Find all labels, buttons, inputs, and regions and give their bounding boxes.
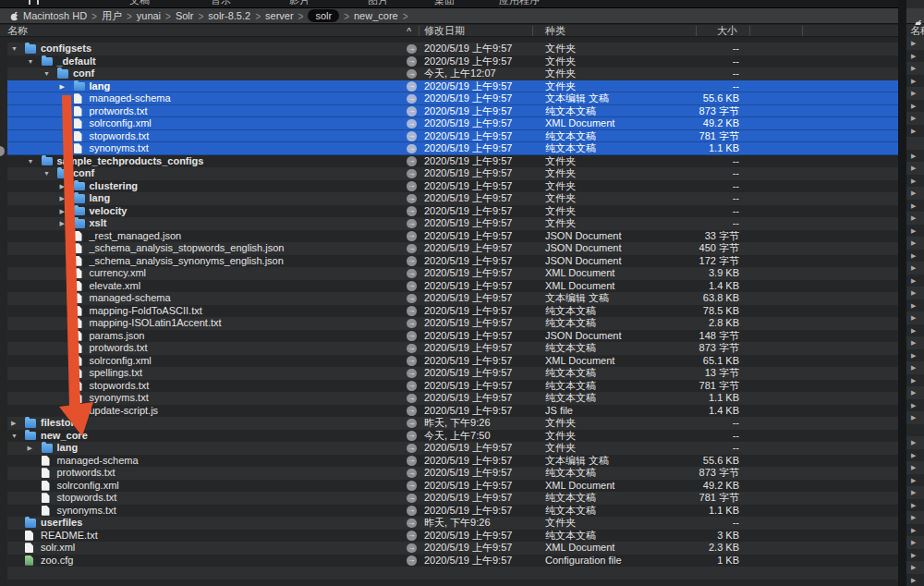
breadcrumb-item[interactable]: Solr> (176, 9, 208, 23)
go-to-circle-arrow-icon[interactable]: → (407, 106, 417, 116)
disclosure-closed-icon[interactable]: ▶ (911, 75, 916, 88)
disclosure-closed-icon[interactable]: ▶ (911, 336, 916, 349)
table-row[interactable]: ▼conf→2020/5/19 上午9:57文件夹-- (0, 167, 898, 180)
go-to-circle-arrow-icon[interactable]: → (407, 481, 417, 491)
table-row[interactable]: ▼configsets→2020/5/19 上午9:57文件夹-- (0, 43, 898, 55)
go-to-circle-arrow-icon[interactable]: → (407, 394, 417, 404)
toolbar-item[interactable]: 图片 (368, 0, 388, 7)
table-row[interactable]: ▶lang→2020/5/19 上午9:57文件夹-- (0, 192, 898, 205)
disclosure-closed-icon[interactable]: ▶ (911, 374, 916, 387)
column-header-date[interactable]: 修改日期 (424, 25, 465, 37)
go-to-circle-arrow-icon[interactable]: → (407, 44, 417, 55)
go-to-circle-arrow-icon[interactable]: → (407, 331, 417, 341)
go-to-circle-arrow-icon[interactable]: → (407, 144, 417, 154)
column-divider[interactable] (802, 26, 803, 36)
column-divider[interactable] (532, 26, 533, 36)
go-to-circle-arrow-icon[interactable]: → (407, 306, 417, 316)
table-row[interactable]: ▼sample_techproducts_configs→2020/5/19 上… (0, 155, 898, 168)
disclosure-closed-icon[interactable]: ▶ (911, 175, 916, 188)
go-to-circle-arrow-icon[interactable]: → (407, 356, 417, 366)
disclosure-closed-icon[interactable]: ▶ (60, 205, 65, 218)
table-row[interactable]: synonyms.txt→2020/5/19 上午9:57纯文本文稿1.1 KB (0, 505, 898, 518)
go-to-circle-arrow-icon[interactable]: → (407, 431, 417, 441)
go-to-circle-arrow-icon[interactable]: → (407, 244, 417, 254)
disclosure-closed-icon[interactable]: ▶ (911, 287, 916, 299)
disclosure-closed-icon[interactable]: ▶ (911, 461, 916, 474)
disclosure-open-icon[interactable]: ▼ (43, 167, 50, 180)
table-row[interactable]: stopwords.txt→2020/5/19 上午9:57纯文本文稿781 字… (0, 380, 898, 393)
disclosure-closed-icon[interactable]: ▶ (911, 524, 916, 537)
toolbar-item[interactable]: 音乐 (211, 0, 231, 7)
column-divider[interactable] (419, 26, 419, 36)
disclosure-closed-icon[interactable]: ▶ (911, 225, 916, 238)
table-row[interactable]: solr.xml→2020/5/19 上午9:57XML Document2.3… (0, 542, 898, 555)
disclosure-closed-icon[interactable]: ▶ (911, 50, 916, 63)
column-header-size[interactable]: 大小 (717, 25, 737, 37)
disclosure-open-icon[interactable]: ▼ (28, 155, 34, 168)
go-to-circle-arrow-icon[interactable]: → (407, 156, 417, 166)
disclosure-closed-icon[interactable]: ▶ (60, 80, 65, 93)
breadcrumb-item[interactable]: solr> (308, 9, 354, 23)
disclosure-closed-icon[interactable]: ▶ (911, 237, 916, 250)
table-row[interactable]: _schema_analysis_stopwords_english.json→… (0, 242, 898, 255)
go-to-circle-arrow-icon[interactable]: → (407, 94, 417, 104)
go-to-circle-arrow-icon[interactable]: → (407, 444, 417, 454)
breadcrumb-item[interactable]: new_core> (354, 9, 413, 23)
disclosure-closed-icon[interactable]: ▶ (11, 417, 16, 430)
disclosure-closed-icon[interactable]: ▶ (28, 442, 32, 455)
go-to-circle-arrow-icon[interactable]: → (407, 281, 417, 291)
table-row[interactable]: update-script.js→2020/5/19 上午9:57JS file… (0, 405, 898, 418)
table-row[interactable]: solrconfig.xml→2020/5/19 上午9:57XML Docum… (0, 355, 898, 368)
disclosure-closed-icon[interactable]: ▶ (911, 399, 916, 412)
table-row[interactable]: ▶filestore→昨天, 下午9:26文件夹-- (0, 417, 898, 430)
disclosure-closed-icon[interactable]: ▶ (911, 511, 916, 524)
disclosure-open-icon[interactable]: ▼ (11, 430, 18, 443)
table-row[interactable]: ▶lang→2020/5/19 上午9:57文件夹-- (0, 80, 898, 93)
go-to-circle-arrow-icon[interactable]: → (407, 555, 417, 566)
go-to-circle-arrow-icon[interactable]: → (407, 69, 417, 79)
table-row[interactable]: synonyms.txt→2020/5/19 上午9:57纯文本文稿1.1 KB (0, 392, 898, 405)
go-to-circle-arrow-icon[interactable]: → (407, 543, 417, 554)
table-row[interactable]: ▼new_core→今天, 上午7:50文件夹-- (0, 430, 898, 443)
disclosure-closed-icon[interactable]: ▶ (911, 449, 916, 462)
disclosure-closed-icon[interactable]: ▶ (911, 324, 916, 337)
go-to-circle-arrow-icon[interactable]: → (407, 381, 417, 391)
disclosure-open-icon[interactable]: ▼ (11, 43, 18, 55)
go-to-circle-arrow-icon[interactable]: → (407, 119, 417, 129)
table-row[interactable]: mapping-FoldToASCII.txt→2020/5/19 上午9:57… (0, 305, 898, 318)
go-to-circle-arrow-icon[interactable]: → (407, 256, 417, 266)
go-to-circle-arrow-icon[interactable]: → (407, 469, 417, 479)
go-to-circle-arrow-icon[interactable]: → (407, 406, 417, 416)
go-to-circle-arrow-icon[interactable]: → (407, 219, 417, 229)
table-row[interactable]: ▶xslt→2020/5/19 上午9:57文件夹-- (0, 217, 898, 230)
disclosure-closed-icon[interactable]: ▶ (911, 561, 916, 574)
table-row[interactable]: protwords.txt→2020/5/19 上午9:57纯文本文稿873 字… (0, 467, 898, 480)
table-row[interactable]: ▶clustering→2020/5/19 上午9:57文件夹-- (0, 180, 898, 193)
go-to-circle-arrow-icon[interactable]: → (407, 519, 417, 529)
disclosure-closed-icon[interactable]: ▶ (911, 349, 916, 362)
table-row[interactable]: ▶velocity→2020/5/19 上午9:57文件夹-- (0, 205, 898, 218)
go-to-circle-arrow-icon[interactable]: → (407, 456, 417, 466)
table-row[interactable]: managed-schema→2020/5/19 上午9:57文本编辑 文稿55… (0, 455, 898, 468)
table-row[interactable]: ▼_default→2020/5/19 上午9:57文件夹-- (0, 55, 898, 68)
breadcrumb-item[interactable]: yunai> (137, 9, 176, 23)
disclosure-closed-icon[interactable]: ▶ (911, 486, 916, 499)
table-row[interactable]: currency.xml→2020/5/19 上午9:57XML Documen… (0, 267, 898, 280)
table-row[interactable]: userfiles→昨天, 下午9:26文件夹-- (0, 517, 898, 530)
disclosure-closed-icon[interactable]: ▶ (60, 180, 65, 193)
disclosure-open-icon[interactable]: ▼ (43, 67, 50, 80)
table-row[interactable]: _schema_analysis_synonyms_english.json→2… (0, 255, 898, 268)
go-to-circle-arrow-icon[interactable]: → (407, 344, 417, 354)
toolbar-item[interactable]: 文稿 (129, 0, 150, 7)
table-row[interactable]: params.json→2020/5/19 上午9:57JSON Documen… (0, 330, 898, 343)
disclosure-closed-icon[interactable]: ▶ (911, 275, 916, 287)
go-to-circle-arrow-icon[interactable]: → (407, 206, 417, 216)
disclosure-closed-icon[interactable]: ▶ (911, 549, 916, 562)
table-row[interactable]: solrconfig.xml→2020/5/19 上午9:57XML Docum… (0, 480, 898, 493)
disclosure-closed-icon[interactable]: ▶ (911, 87, 916, 100)
disclosure-closed-icon[interactable]: ▶ (911, 100, 916, 113)
table-row[interactable]: ▶lang→2020/5/19 上午9:57文件夹-- (0, 442, 898, 455)
go-to-circle-arrow-icon[interactable]: → (407, 294, 417, 304)
column-header-kind[interactable]: 种类 (545, 25, 565, 37)
toolbar-item[interactable]: 影片 (289, 0, 310, 7)
